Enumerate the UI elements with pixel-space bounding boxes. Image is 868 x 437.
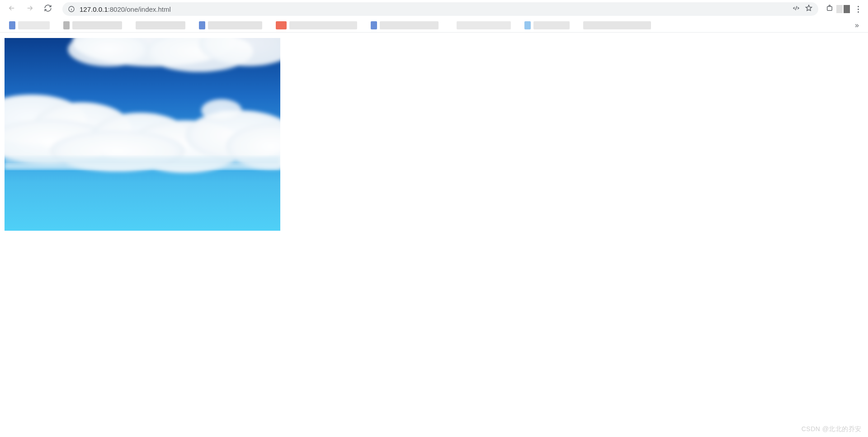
forward-icon bbox=[26, 4, 34, 14]
reload-icon bbox=[44, 4, 52, 14]
address-bar[interactable]: 127.0.0.1:8020/one/index.html bbox=[62, 2, 818, 16]
browser-toolbar: 127.0.0.1:8020/one/index.html bbox=[0, 0, 868, 18]
reload-button[interactable] bbox=[41, 2, 55, 16]
bookmark-item[interactable] bbox=[524, 21, 531, 29]
svg-rect-19 bbox=[5, 164, 280, 169]
bookmark-item[interactable] bbox=[208, 21, 262, 29]
page-content bbox=[0, 33, 868, 231]
bookmark-item[interactable] bbox=[276, 21, 287, 29]
url-host: 127.0.0.1 bbox=[80, 5, 108, 13]
site-info-icon[interactable] bbox=[68, 5, 75, 13]
bookmark-item[interactable] bbox=[72, 21, 122, 29]
bookmark-item[interactable] bbox=[199, 21, 205, 29]
bookmark-item[interactable] bbox=[9, 21, 15, 29]
profile-avatar[interactable] bbox=[836, 5, 850, 13]
menu-dot-icon bbox=[858, 11, 859, 13]
omnibox-actions bbox=[792, 4, 813, 14]
avatar-block-left bbox=[836, 5, 843, 13]
back-icon bbox=[8, 4, 16, 14]
menu-dot-icon bbox=[858, 6, 859, 7]
star-icon[interactable] bbox=[805, 4, 813, 14]
bookmark-item[interactable] bbox=[18, 21, 50, 29]
bookmark-item[interactable] bbox=[533, 21, 570, 29]
browser-menu-button[interactable] bbox=[853, 6, 863, 13]
back-button[interactable] bbox=[5, 2, 19, 16]
watermark-text: CSDN @北北的乔安 bbox=[802, 425, 862, 433]
extensions-icon[interactable] bbox=[826, 4, 834, 14]
url-text: 127.0.0.1:8020/one/index.html bbox=[80, 5, 788, 13]
bookmarks-overflow-button[interactable]: » bbox=[855, 21, 859, 29]
svg-point-17 bbox=[201, 99, 242, 122]
url-path: :8020/one/index.html bbox=[108, 5, 171, 13]
avatar-block-right bbox=[844, 5, 850, 13]
bookmark-item[interactable] bbox=[457, 21, 511, 29]
share-icon[interactable] bbox=[792, 4, 800, 14]
menu-dot-icon bbox=[858, 9, 859, 10]
bookmark-item[interactable] bbox=[380, 21, 439, 29]
svg-rect-3 bbox=[827, 6, 832, 10]
bookmarks-bar: » bbox=[0, 18, 868, 33]
bookmark-item[interactable] bbox=[63, 21, 70, 29]
bookmark-item[interactable] bbox=[583, 21, 651, 29]
bookmark-item[interactable] bbox=[136, 21, 185, 29]
bookmark-item[interactable] bbox=[289, 21, 357, 29]
extensions-area bbox=[826, 4, 863, 14]
bookmark-item[interactable] bbox=[371, 21, 377, 29]
forward-button[interactable] bbox=[23, 2, 37, 16]
sky-clouds-image bbox=[5, 38, 280, 231]
